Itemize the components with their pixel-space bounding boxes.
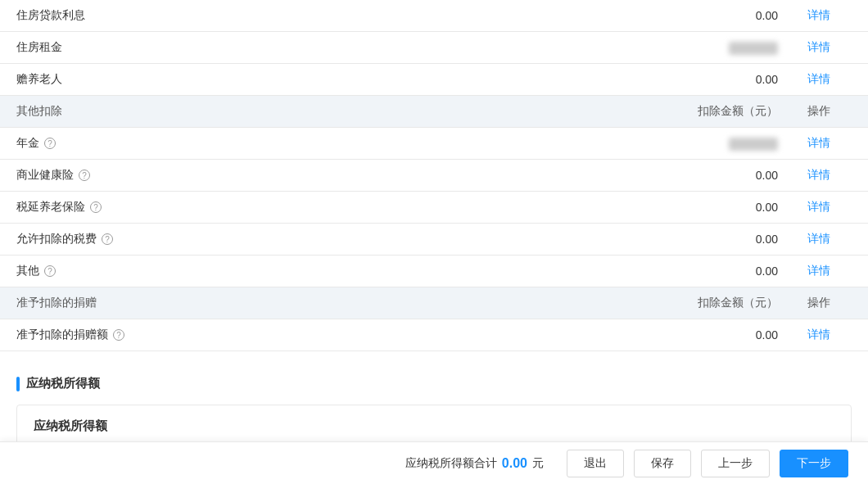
row-amount: 0.00 bbox=[622, 233, 786, 246]
row-amount: 0.00 bbox=[622, 265, 786, 278]
exit-button[interactable]: 退出 bbox=[567, 450, 624, 477]
row-label-text: 准予扣除的捐赠额 bbox=[16, 328, 108, 342]
row-label: 赡养老人 bbox=[16, 72, 622, 87]
detail-link[interactable]: 详情 bbox=[807, 8, 830, 21]
section-title-text: 应纳税所得额 bbox=[26, 376, 100, 391]
main-content: 住房贷款利息 0.00 详情 住房租金 详情 赡养老人 0.00 bbox=[0, 0, 868, 484]
prev-step-button[interactable]: 上一步 bbox=[701, 450, 770, 477]
section-header-row: 准予扣除的捐赠 扣除金额（元） 操作 bbox=[0, 287, 868, 319]
row-action: 详情 bbox=[786, 40, 852, 55]
question-icon[interactable]: ? bbox=[90, 201, 102, 213]
section-header-action-label: 操作 bbox=[786, 296, 852, 310]
row-action: 详情 bbox=[786, 136, 852, 151]
next-step-button[interactable]: 下一步 bbox=[780, 450, 848, 477]
detail-link[interactable]: 详情 bbox=[807, 168, 830, 181]
table-row: 赡养老人 0.00 详情 bbox=[0, 64, 868, 96]
row-action: 详情 bbox=[786, 72, 852, 87]
detail-link[interactable]: 详情 bbox=[807, 264, 830, 277]
row-label: 税延养老保险 ? bbox=[16, 200, 622, 215]
section-header-amount-label: 扣除金额（元） bbox=[622, 296, 786, 310]
table-row: 商业健康险 ? 0.00 详情 bbox=[0, 160, 868, 192]
row-label: 商业健康险 ? bbox=[16, 168, 622, 183]
row-amount: 0.00 bbox=[622, 73, 786, 86]
question-icon[interactable]: ? bbox=[113, 329, 124, 341]
row-label-text: 住房租金 bbox=[16, 40, 62, 55]
row-label: 年金 ? bbox=[16, 136, 622, 151]
footer-summary: 应纳税所得额合计 0.00 元 bbox=[405, 456, 544, 471]
question-icon[interactable]: ? bbox=[79, 170, 90, 181]
row-label: 其他 ? bbox=[16, 264, 622, 278]
question-icon[interactable]: ? bbox=[44, 138, 56, 149]
detail-link[interactable]: 详情 bbox=[807, 328, 830, 341]
row-action: 详情 bbox=[786, 168, 852, 183]
table-row: 税延养老保险 ? 0.00 详情 bbox=[0, 192, 868, 224]
table-row: 年金 ? 详情 bbox=[0, 128, 868, 160]
section-header-label: 其他扣除 bbox=[16, 104, 622, 119]
detail-link[interactable]: 详情 bbox=[807, 232, 830, 245]
row-label-text: 商业健康险 bbox=[16, 168, 74, 183]
row-amount: 0.00 bbox=[622, 9, 786, 22]
row-amount: 0.00 bbox=[622, 328, 786, 342]
footer-total-label: 应纳税所得额合计 bbox=[405, 456, 497, 471]
row-label-text: 年金 bbox=[16, 136, 39, 151]
top-table-section: 住房贷款利息 0.00 详情 住房租金 详情 赡养老人 0.00 bbox=[0, 0, 868, 351]
row-label-text: 税延养老保险 bbox=[16, 200, 85, 215]
section-title: 应纳税所得额 bbox=[16, 376, 852, 391]
section-header-label: 准予扣除的捐赠 bbox=[16, 296, 622, 310]
row-label-text: 其他 bbox=[16, 264, 39, 278]
row-label-text: 住房贷款利息 bbox=[16, 8, 85, 23]
blurred-amount bbox=[729, 138, 778, 151]
question-icon[interactable]: ? bbox=[102, 233, 113, 245]
row-label: 允许扣除的税费 ? bbox=[16, 232, 622, 247]
table-row: 住房贷款利息 0.00 详情 bbox=[0, 0, 868, 32]
row-action: 详情 bbox=[786, 264, 852, 278]
row-amount: 0.00 bbox=[622, 169, 786, 182]
section-header-action-label: 操作 bbox=[786, 104, 852, 119]
detail-link[interactable]: 详情 bbox=[807, 72, 830, 85]
row-action: 详情 bbox=[786, 328, 852, 342]
row-label: 住房贷款利息 bbox=[16, 8, 622, 23]
section-header-amount-label: 扣除金额（元） bbox=[622, 104, 786, 119]
blurred-amount bbox=[729, 42, 778, 55]
row-action: 详情 bbox=[786, 200, 852, 215]
row-label-text: 赡养老人 bbox=[16, 72, 62, 87]
table-row: 准予扣除的捐赠额 ? 0.00 详情 bbox=[0, 319, 868, 351]
footer-total-unit: 元 bbox=[532, 456, 544, 471]
save-button[interactable]: 保存 bbox=[634, 450, 691, 477]
row-action: 详情 bbox=[786, 8, 852, 23]
detail-link[interactable]: 详情 bbox=[807, 200, 830, 213]
taxable-card-title: 应纳税所得额 bbox=[34, 418, 834, 434]
row-label: 住房租金 bbox=[16, 40, 622, 55]
section-title-bar bbox=[16, 377, 20, 391]
question-icon[interactable]: ? bbox=[44, 265, 56, 277]
row-amount bbox=[622, 40, 786, 54]
row-amount bbox=[622, 136, 786, 150]
detail-link[interactable]: 详情 bbox=[807, 136, 830, 149]
detail-link[interactable]: 详情 bbox=[807, 40, 830, 53]
table-row: 其他 ? 0.00 详情 bbox=[0, 256, 868, 287]
section-header-row: 其他扣除 扣除金额（元） 操作 bbox=[0, 96, 868, 128]
footer-bar: 应纳税所得额合计 0.00 元 退出 保存 上一步 下一步 bbox=[0, 441, 868, 484]
footer-total-value: 0.00 bbox=[502, 456, 527, 471]
row-label: 准予扣除的捐赠额 ? bbox=[16, 328, 622, 342]
table-row: 允许扣除的税费 ? 0.00 详情 bbox=[0, 224, 868, 256]
row-label-text: 允许扣除的税费 bbox=[16, 232, 97, 247]
table-row: 住房租金 详情 bbox=[0, 32, 868, 64]
row-amount: 0.00 bbox=[622, 201, 786, 214]
row-action: 详情 bbox=[786, 232, 852, 247]
